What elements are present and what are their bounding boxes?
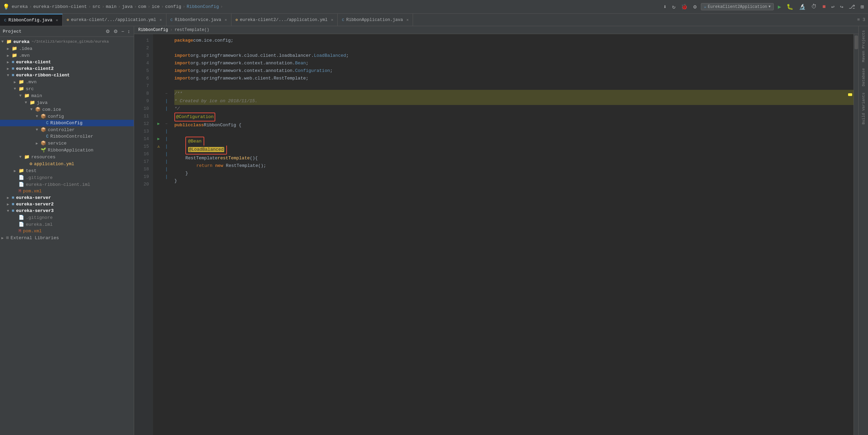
folder-icon: 📁: [12, 53, 17, 58]
tree-node-test[interactable]: ▶ 📁 test: [0, 167, 134, 174]
tree-node-java[interactable]: ▼ 📁 java: [0, 99, 134, 106]
tab-eureka-client2-yml[interactable]: ⚙ eureka-client2/.../application.yml ✕: [231, 14, 338, 26]
bc-eureka[interactable]: eureka: [12, 4, 28, 9]
tree-label: eureka-client2: [16, 66, 54, 71]
run-gutter-icon-14[interactable]: ▶: [153, 135, 164, 143]
refresh-icon[interactable]: ↻: [671, 3, 677, 11]
tree-node-eureka-client2[interactable]: ▶ ■ eureka-client2: [0, 65, 134, 72]
tree-node-eureka-server2[interactable]: ▶ ■ eureka-server2: [0, 201, 134, 208]
external-libs-icon: ⊞: [6, 235, 9, 241]
build-icon[interactable]: ⚙: [692, 3, 698, 11]
tree-node-resources[interactable]: ▼ 📁 resources: [0, 153, 134, 160]
debug-icon[interactable]: 🐛: [785, 3, 795, 11]
tree-node-controller[interactable]: ▼ 📦 controller: [0, 126, 134, 133]
run-icon[interactable]: ▶: [777, 3, 783, 11]
folder-icon: 📁: [19, 86, 24, 92]
yaml-icon: ⚙: [67, 18, 69, 22]
download-icon[interactable]: ⬇: [662, 3, 668, 11]
expand-icon[interactable]: ↕: [127, 28, 131, 34]
tree-node-appyml[interactable]: ▶ ⚙ application.yml: [0, 160, 134, 167]
tree-arrow: ▼: [30, 107, 35, 112]
collapse-icon[interactable]: −: [120, 28, 125, 34]
tree-label: controller: [48, 127, 75, 132]
tree-node-eureka-iml[interactable]: ▶ 📄 eureka.iml: [0, 221, 134, 228]
coverage-icon[interactable]: 🔬: [798, 3, 807, 11]
tree-node-ribboncontroller[interactable]: ▶ C RibbonController: [0, 133, 134, 140]
run-config-selector[interactable]: ☕ EurekaClient2Application ▼: [701, 3, 774, 10]
run-gutter-icon[interactable]: ▶: [153, 120, 164, 128]
tree-node-idea[interactable]: ▶ 📁 .idea: [0, 45, 134, 52]
tree-node-service[interactable]: ▶ 📦 service: [0, 140, 134, 147]
tree-node-eureka-ribbon-client[interactable]: ▼ ■ eureka-ribbon-client: [0, 72, 134, 78]
code-line-1: package com.ice.config;: [174, 37, 854, 44]
tree-label: RibbonApplication: [48, 148, 94, 153]
tree-node-pomxml-root[interactable]: ▶ M pom.xml: [0, 228, 134, 234]
maven-projects-tab[interactable]: Maven Projects: [860, 28, 867, 65]
tree-node-gitignore-root[interactable]: ▶ 📄 .gitignore: [0, 214, 134, 221]
code-line-20: [174, 185, 854, 192]
code-line-16: RestTemplate restTemplate(){: [174, 155, 854, 162]
settings-icon[interactable]: ⚙: [105, 28, 111, 34]
close-icon[interactable]: ✕: [331, 18, 334, 22]
tree-node-gitignore-ribbon[interactable]: ▶ 📄 .gitignore: [0, 174, 134, 181]
tab-ribbonconfig[interactable]: C RibbonConfig.java ✕: [0, 14, 63, 26]
tab-overflow[interactable]: ≡ 3: [855, 14, 868, 26]
scrollbar-thumb[interactable]: [855, 35, 858, 49]
tree-node-src[interactable]: ▼ 📁 src: [0, 85, 134, 92]
tree-node-mvn[interactable]: ▶ 📁 .mvn: [0, 52, 134, 59]
bc-item-resttemplate[interactable]: restTemplate(): [175, 28, 209, 32]
close-icon[interactable]: ✕: [160, 18, 162, 22]
tree-node-config[interactable]: ▼ 📦 config: [0, 113, 134, 120]
maven-icon: M: [19, 229, 21, 234]
class-icon: C: [46, 134, 48, 139]
tree-label: service: [48, 141, 67, 146]
gitignore-icon: 📄: [19, 215, 24, 220]
tree-node-com-ice[interactable]: ▼ 📦 com.ice: [0, 106, 134, 113]
warning-gutter-icon[interactable]: ⚠: [153, 143, 164, 150]
build-variants-tab[interactable]: Build Variants: [860, 90, 867, 127]
layout-icon[interactable]: ⊞: [859, 3, 865, 11]
vcs-icon[interactable]: ⎇: [847, 3, 856, 11]
tab-ribbonservice[interactable]: C RibbonService.java ✕: [166, 14, 231, 26]
close-icon[interactable]: ✕: [406, 18, 409, 22]
close-icon[interactable]: ✕: [225, 18, 227, 22]
tab-ribbonapplication[interactable]: C RibbonApplication.java ✕: [338, 14, 413, 26]
tree-node-eureka-server3[interactable]: ▼ ■ eureka-server3: [0, 208, 134, 214]
tree-arrow: ▶: [7, 60, 12, 64]
close-icon[interactable]: ✕: [56, 18, 58, 22]
tree-label: pom.xml: [23, 229, 42, 234]
tree-node-pomxml-ribbon[interactable]: ▶ M pom.xml: [0, 188, 134, 194]
undo-icon[interactable]: ↩: [830, 3, 836, 11]
tab-label: RibbonApplication.java: [346, 18, 403, 22]
tree-arrow: ▼: [19, 155, 24, 159]
tree-node-mvn-ribbon[interactable]: ▶ 📁 .mvn: [0, 78, 134, 85]
bug-icon[interactable]: 🐞: [680, 3, 689, 11]
bc-item-ribbonconfig[interactable]: RibbonConfig: [138, 28, 168, 32]
tree-node-ribbonapplication[interactable]: ▶ 🌱 RibbonApplication: [0, 147, 134, 153]
breadcrumb: eureka › eureka-ribbon-client › src › ma…: [12, 4, 223, 9]
tree-arrow: ▶: [7, 46, 12, 51]
gear-icon[interactable]: ⚙: [112, 28, 119, 34]
line-numbers: 1 2 3 4 5 6 7 8 9 10 11 12 13 14 15 16 1…: [134, 34, 153, 435]
tree-node-eureka-client[interactable]: ▶ ■ eureka-client: [0, 59, 134, 65]
tab-eureka-client-yml[interactable]: ⚙ eureka-client/.../application.yml ✕: [63, 14, 166, 26]
tree-arrow: ▶: [7, 195, 12, 200]
vertical-scrollbar[interactable]: [854, 34, 858, 435]
loadbalanced-highlight: @LoadBalanced: [188, 147, 224, 152]
tree-node-external-libs[interactable]: ▶ ⊞ External Libraries: [0, 234, 134, 241]
code-editor[interactable]: package com.ice.config; import org.sprin…: [169, 34, 854, 435]
database-tab[interactable]: Database: [860, 65, 867, 89]
tree-node-iml[interactable]: ▶ 📄 eureka-ribbon-client.iml: [0, 181, 134, 188]
tree-node-ribbonconfig[interactable]: ▶ C RibbonConfig: [0, 120, 134, 126]
tree-node-eureka[interactable]: ▼ 📁 eureka ~/InteliJ3/workspace_gitHub/e…: [0, 38, 134, 45]
tree-arrow: ▼: [7, 73, 12, 77]
gutter-area: ▶ ▶ ⚠: [153, 34, 164, 435]
tree-node-main[interactable]: ▼ 📁 main: [0, 92, 134, 99]
tree-node-eureka-server[interactable]: ▶ ■ eureka-server: [0, 194, 134, 201]
java-icon: C: [342, 18, 344, 22]
stop-icon[interactable]: ■: [821, 3, 827, 11]
redo-icon[interactable]: ↪: [839, 3, 845, 11]
folder-icon: 📁: [19, 168, 24, 173]
profile-icon[interactable]: ⏱: [810, 3, 818, 11]
tree-label: com.ice: [42, 107, 61, 112]
